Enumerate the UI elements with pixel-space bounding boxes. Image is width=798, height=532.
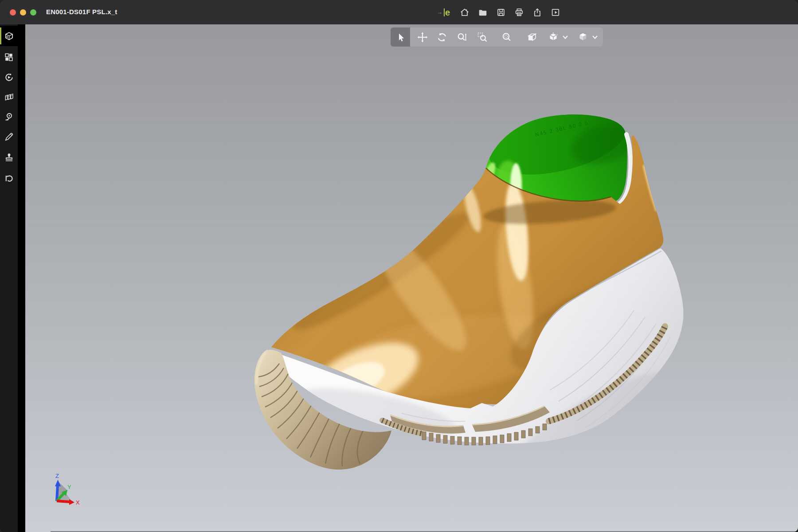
logo-letter: e <box>445 8 450 17</box>
fullscreen-button[interactable] <box>30 9 36 16</box>
view-orientation-dropdown[interactable] <box>559 27 571 47</box>
pan-tool-button[interactable] <box>413 27 432 47</box>
view-orientation-icon <box>548 31 559 43</box>
sidebar-item-stamp[interactable] <box>0 147 18 167</box>
select-tool-button[interactable] <box>391 27 410 47</box>
sidebar-divider <box>18 24 25 532</box>
left-toolbar <box>0 24 18 532</box>
sidebar-item-history[interactable] <box>0 168 18 188</box>
open-folder-icon <box>478 8 488 17</box>
rotate-tool-button[interactable] <box>432 27 452 47</box>
zoom-fit-icon <box>501 31 512 43</box>
shaded-cube-icon <box>577 31 589 43</box>
history-replay-icon <box>4 173 14 184</box>
sidebar-item-measure[interactable] <box>0 106 18 127</box>
sidebar-item-update[interactable] <box>0 67 18 87</box>
cursor-icon <box>395 32 406 43</box>
share-icon <box>532 8 542 17</box>
pencil-icon <box>4 132 14 142</box>
layout-grid-icon <box>4 52 14 62</box>
zoom-window-icon <box>477 31 488 43</box>
window-title: EN001-DS01F PSL.x_t <box>46 8 117 16</box>
view-face-button[interactable] <box>522 27 542 47</box>
stamp-icon <box>4 152 14 162</box>
pan-icon <box>417 31 428 43</box>
sidebar-item-model[interactable] <box>0 26 18 46</box>
zoom-tool-button[interactable] <box>452 27 472 47</box>
chevron-down-icon <box>562 35 568 39</box>
show-panel-icon <box>551 8 560 17</box>
viewport-canvas[interactable] <box>25 24 798 532</box>
rotate-icon <box>436 31 448 43</box>
app-window: EN001-DS01F PSL.x_t → e <box>0 0 798 532</box>
print-button[interactable] <box>514 7 524 18</box>
viewport-toolbar <box>391 27 603 47</box>
display-mode-dropdown[interactable] <box>589 27 601 47</box>
chevron-down-icon <box>592 35 598 39</box>
view-face-icon <box>526 31 538 43</box>
sidebar-item-library[interactable] <box>0 87 18 107</box>
zoom-fit-tool-button[interactable] <box>497 27 516 47</box>
save-button[interactable] <box>496 7 506 18</box>
caret-glyph <box>444 8 445 16</box>
model-part-icon <box>4 31 14 41</box>
zoom-window-tool-button[interactable] <box>473 27 492 47</box>
sidebar-item-sketch[interactable] <box>0 126 18 147</box>
measure-tape-icon <box>4 112 14 122</box>
update-sync-icon <box>4 72 14 82</box>
zoom-icon <box>456 31 468 43</box>
app-logo-icon: → e <box>437 8 450 17</box>
sidebar-item-layout[interactable] <box>0 47 18 67</box>
share-button[interactable] <box>532 7 543 18</box>
cursor-arrow-glyph: → <box>437 9 442 16</box>
close-button[interactable] <box>10 9 16 16</box>
show-panel-button[interactable] <box>550 7 561 18</box>
home-icon <box>460 8 469 17</box>
save-icon <box>496 8 506 17</box>
print-icon <box>514 8 524 17</box>
titlebar: EN001-DS01F PSL.x_t → e <box>0 0 798 25</box>
titlebar-actions: → e <box>437 0 561 24</box>
minimize-button[interactable] <box>20 9 26 16</box>
home-button[interactable] <box>459 7 470 18</box>
open-button[interactable] <box>477 7 488 18</box>
parts-library-icon <box>4 92 14 102</box>
